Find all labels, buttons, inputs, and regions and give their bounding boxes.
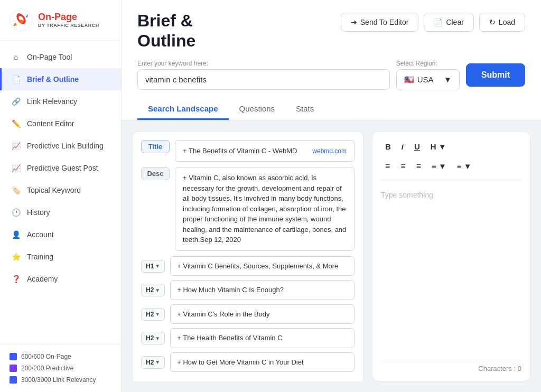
results-panel: Title + The Benefits of Vitamin C - WebM… [132,131,372,381]
region-select[interactable]: 🇺🇸 USA ▼ [396,69,460,90]
result-desc-row: Desc + Vitamin C, also known as ascorbic… [141,167,355,251]
sidebar-item-account[interactable]: 👤 Account [0,223,121,246]
submit-button[interactable]: Submit [466,63,525,87]
sidebar-item-training[interactable]: ⭐ Training [0,246,121,268]
flag-icon: 🇺🇸 [404,75,414,85]
credit-icon [10,365,17,372]
heading-row: H2 ▼ + How Much Vitamin C Is Enough? [141,280,355,300]
search-bar: Enter your keyword here: Select Region: … [137,60,525,90]
heading-badge[interactable]: H2 ▼ [141,356,165,369]
nav-item-label: Brief & Outline [27,75,79,83]
logo-subtitle: By Traffic Research [38,23,99,28]
keyword-label: Enter your keyword here: [137,60,390,67]
user-icon: 👤 [11,230,21,239]
character-count: Characters : 0 [478,365,521,372]
unordered-list-button[interactable]: ≡ ▼ [453,160,476,173]
credit-label: 3000/3000 Link Relevancy [21,376,96,384]
sidebar-item-link-relevancy[interactable]: 🔗 Link Relevancy [0,90,121,113]
heading-badge[interactable]: H2 ▼ [141,332,165,344]
chevron-down-icon: ▼ [155,311,160,317]
align-right-button[interactable]: ≡ [412,160,425,173]
editor-area[interactable]: Type something [381,186,521,360]
footer-item-on-page-credits: 600/600 On-Page [10,351,111,362]
sidebar-item-on-page-tool[interactable]: ⌂ On-Page Tool [0,46,121,68]
italic-button[interactable]: i [397,140,408,153]
editor-toolbar: B i U H ▼ ≡ ≡ ≡ ≡ ▼ ≡ ▼ [381,140,521,180]
home-icon: ⌂ [11,52,21,62]
link-icon: 🔗 [11,97,21,106]
sidebar-item-content-editor[interactable]: ✏️ Content Editor [0,113,121,135]
nav-item-label: Predictive Link Building [27,142,104,150]
ordered-list-button[interactable]: ≡ ▼ [427,160,451,173]
footer-item-link-relevancy-credits: 3000/3000 Link Relevancy [10,374,111,386]
footer-item-predictive-credits: 200/200 Predictive [10,362,111,374]
site-link[interactable]: webmd.com [312,146,347,156]
heading-badge[interactable]: H2 ▼ [141,308,165,321]
nav-item-label: Topical Keyword [27,186,81,194]
help-circle-icon: ❓ [11,274,21,284]
tab-search-landscape[interactable]: Search Landscape [137,99,229,120]
heading-badge[interactable]: H2 ▼ [141,284,165,296]
heading-button[interactable]: H ▼ [426,140,451,153]
tab-questions[interactable]: Questions [229,99,286,120]
credit-label: 600/600 On-Page [21,353,71,360]
clear-icon: 📄 [434,18,443,26]
tab-stats[interactable]: Stats [285,99,324,120]
toolbar-row-1: B i U H ▼ [381,140,451,153]
sidebar-item-academy[interactable]: ❓ Academy [0,268,121,290]
sidebar-item-history[interactable]: 🕐 History [0,201,121,223]
editor-panel: B i U H ▼ ≡ ≡ ≡ ≡ ▼ ≡ ▼ Type something C… [372,131,530,381]
star-icon: ⭐ [11,252,21,262]
sidebar-item-brief-outline[interactable]: 📄 Brief & Outline [0,68,121,90]
toolbar-row-2: ≡ ≡ ≡ ≡ ▼ ≡ ▼ [381,160,476,173]
nav-item-label: Link Relevancy [27,97,77,106]
nav-item-label: Predictive Guest Post [27,164,98,172]
nav-item-label: Account [27,230,54,239]
nav-item-label: On-Page Tool [27,53,72,61]
credit-icon [10,353,17,360]
clear-button[interactable]: 📄 Clear [424,13,473,32]
nav-item-label: History [27,208,50,217]
heading-content: + The Health Benefits of Vitamin C [170,328,355,348]
bold-button[interactable]: B [381,140,395,153]
heading-content: + How to Get More Vitamin C in Your Diet [170,352,355,372]
edit-icon: ✏️ [11,119,21,128]
region-value: USA [417,75,434,84]
trending-up2-icon: 📈 [11,163,21,173]
heading-content: + Vitamin C Benefits, Sources, Supplemen… [170,256,355,276]
main-header: Brief & Outline ➔ Send To Editor 📄 Clear… [122,0,541,120]
region-label: Select Region: [396,60,460,67]
sidebar: On-Page By Traffic Research ⌂ On-Page To… [0,0,122,392]
sidebar-item-topical-keyword[interactable]: 🏷️ Topical Keyword [0,179,121,201]
underline-button[interactable]: U [410,140,424,153]
heading-row: H1 ▼ + Vitamin C Benefits, Sources, Supp… [141,256,355,276]
chevron-down-icon: ▼ [155,287,160,293]
tabs: Search LandscapeQuestionsStats [137,99,525,120]
load-button[interactable]: ↻ Load [479,13,525,32]
keyword-input[interactable] [137,69,390,90]
nav-item-label: Training [27,253,53,261]
sidebar-item-predictive-guest-post[interactable]: 📈 Predictive Guest Post [0,157,121,179]
result-card-result-1: Title + The Benefits of Vitamin C - WebM… [132,131,363,381]
align-center-button[interactable]: ≡ [396,160,409,173]
desc-content: + Vitamin C, also known as ascorbic acid… [175,167,355,251]
clock-icon: 🕐 [11,208,21,217]
main-content: Brief & Outline ➔ Send To Editor 📄 Clear… [122,0,541,392]
logo-title: On-Page [38,12,99,23]
heading-content: + Vitamin C's Role in the Body [170,304,355,324]
chevron-down-icon: ▼ [155,335,160,341]
send-to-editor-button[interactable]: ➔ Send To Editor [341,13,419,32]
align-left-button[interactable]: ≡ [381,160,394,173]
page-title: Brief & Outline [137,11,195,51]
heading-badge[interactable]: H1 ▼ [141,260,165,273]
sidebar-item-predictive-link-building[interactable]: 📈 Predictive Link Building [0,135,121,157]
title-text-row: + The Benefits of Vitamin C - WebMD webm… [183,146,347,156]
region-group: Select Region: 🇺🇸 USA ▼ [396,60,460,90]
nav-item-label: Content Editor [27,119,74,128]
title-label: Title [141,140,170,153]
title-content: + The Benefits of Vitamin C - WebMD webm… [175,140,355,162]
header-top: Brief & Outline ➔ Send To Editor 📄 Clear… [137,11,525,51]
editor-placeholder: Type something [381,191,433,199]
sidebar-footer: 600/600 On-Page 200/200 Predictive 3000/… [0,344,121,392]
chevron-down-icon: ▼ [155,263,160,269]
